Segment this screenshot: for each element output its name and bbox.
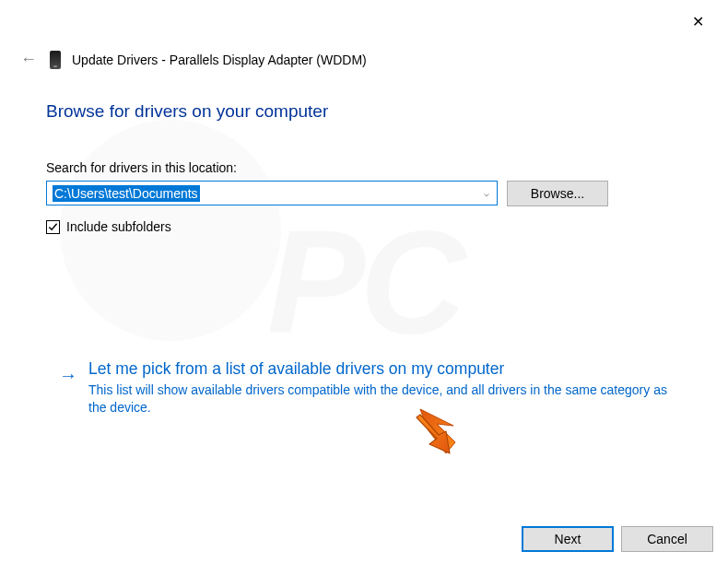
back-arrow-icon[interactable]: ← (18, 48, 39, 71)
next-button[interactable]: Next (522, 526, 614, 552)
cancel-button[interactable]: Cancel (621, 526, 713, 552)
arrow-right-icon: → (59, 365, 77, 416)
browse-button[interactable]: Browse... (507, 181, 608, 206)
search-path-label: Search for drivers in this location: (46, 160, 699, 175)
pick-option-description: This list will show available drivers co… (88, 381, 680, 416)
pick-from-list-option[interactable]: → Let me pick from a list of available d… (55, 356, 684, 420)
path-combobox[interactable]: C:\Users\test\Documents ⌵ (46, 181, 498, 205)
device-icon (50, 51, 61, 69)
close-icon[interactable]: ✕ (688, 9, 708, 34)
include-subfolders-checkbox[interactable] (46, 220, 60, 234)
path-value: C:\Users\test\Documents (53, 185, 200, 202)
pick-option-title: Let me pick from a list of available dri… (88, 359, 680, 379)
checkmark-icon (48, 222, 58, 232)
page-title: Update Drivers - Parallels Display Adapt… (72, 53, 367, 67)
wizard-heading: Browse for drivers on your computer (46, 101, 699, 122)
include-subfolders-label: Include subfolders (66, 219, 171, 234)
chevron-down-icon[interactable]: ⌵ (476, 182, 497, 205)
